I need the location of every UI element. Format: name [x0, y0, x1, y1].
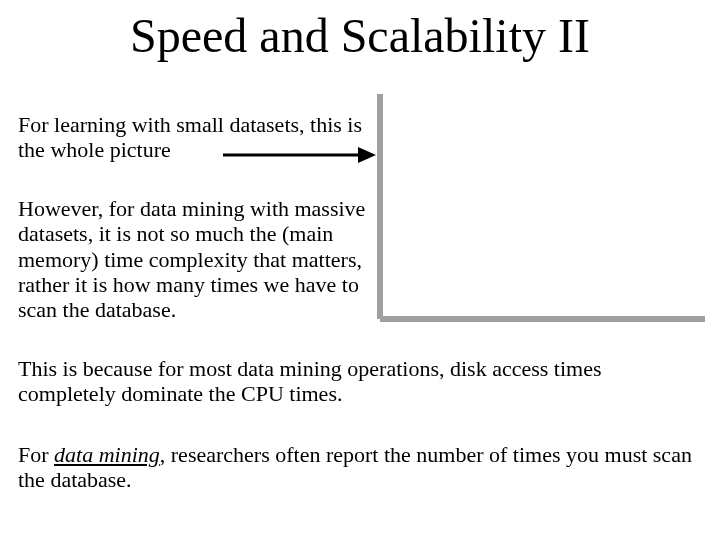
para4-emphasis: data mining	[54, 442, 160, 467]
arrow-icon	[218, 135, 378, 175]
para4-prefix: For	[18, 442, 54, 467]
table-box-icon	[375, 94, 705, 324]
slide: Speed and Scalability II For learning wi…	[0, 0, 720, 540]
paragraph-massive-datasets: However, for data mining with massive da…	[18, 196, 388, 322]
slide-title: Speed and Scalability II	[0, 8, 720, 63]
svg-marker-1	[358, 147, 376, 163]
paragraph-scan-count: For data mining, researchers often repor…	[18, 442, 698, 493]
paragraph-disk-access: This is because for most data mining ope…	[18, 356, 698, 407]
